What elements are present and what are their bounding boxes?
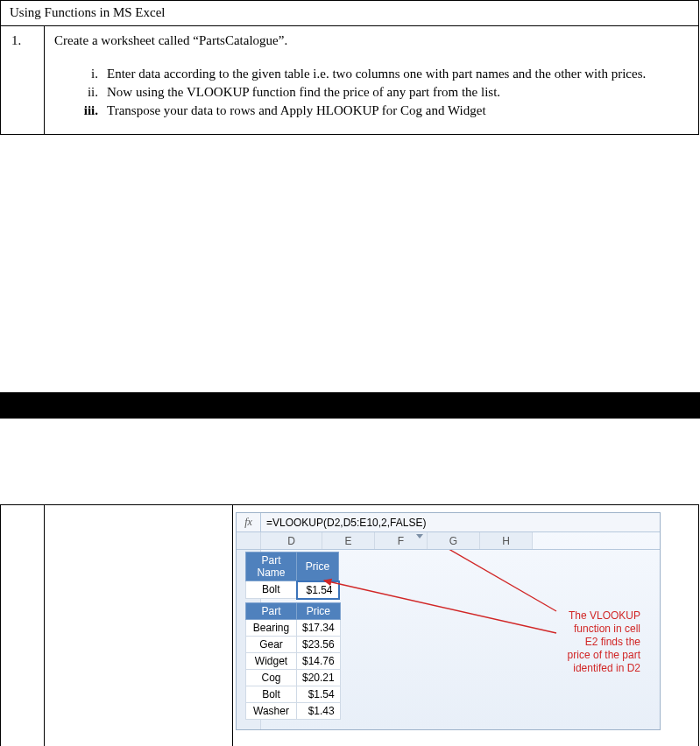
formula-bar: fx =VLOOKUP(D2,D5:E10,2,FALSE) <box>237 513 660 532</box>
excel-screenshot: fx =VLOOKUP(D2,D5:E10,2,FALSE) D E F G H <box>236 512 661 730</box>
callout-text: The VLOOKUP function in cell E2 finds th… <box>560 609 640 675</box>
formula-input: =VLOOKUP(D2,D5:E10,2,FALSE) <box>261 517 660 529</box>
list-item: ii.Now using the VLOOKUP function find t… <box>98 84 691 101</box>
instruction-table: Using Functions in MS Excel 1. Create a … <box>0 0 699 135</box>
filter-dropdown-icon <box>416 534 423 538</box>
step-text: Create a worksheet called “PartsCatalogu… <box>54 33 691 48</box>
col-header-f: F <box>375 532 428 549</box>
col-header-h: H <box>480 532 533 549</box>
column-headers: D E F G H <box>237 532 660 550</box>
page-divider <box>0 392 700 419</box>
parts-header-part: Part <box>246 603 297 620</box>
fx-icon: fx <box>237 513 261 532</box>
svg-line-1 <box>324 581 556 633</box>
parts-table: Part Price Bearing$17.34 Gear$23.56 Widg… <box>245 602 341 720</box>
lookup-price-selected: $1.54 <box>297 581 339 599</box>
step-instructions: Create a worksheet called “PartsCatalogu… <box>45 26 699 135</box>
lookup-header-price: Price <box>297 552 339 581</box>
lookup-part: Bolt <box>246 581 297 599</box>
lookup-table: Part Name Price Bolt $1.54 <box>245 552 340 600</box>
doc-title: Using Functions in MS Excel <box>1 1 699 26</box>
parts-header-price: Price <box>297 603 341 620</box>
lookup-header-part: Part Name <box>246 552 297 581</box>
list-item: i.Enter data according to the given tabl… <box>98 66 691 82</box>
svg-line-0 <box>405 550 556 611</box>
step-number: 1. <box>1 26 45 135</box>
col-header-e: E <box>322 532 375 549</box>
col-header-d: D <box>261 532 322 549</box>
example-table: fx =VLOOKUP(D2,D5:E10,2,FALSE) D E F G H <box>0 504 699 746</box>
col-header-g: G <box>428 532 480 549</box>
list-item: iii.Transpose your data to rows and Appl… <box>98 102 691 119</box>
